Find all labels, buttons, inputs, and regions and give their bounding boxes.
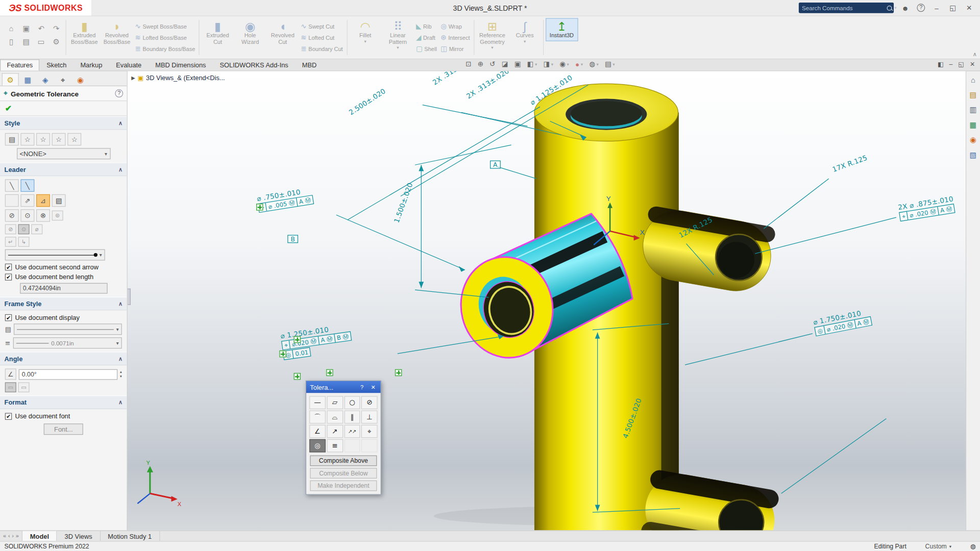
gdt-concentricity[interactable]: ◎ <box>309 439 326 453</box>
leader-display-c-button[interactable]: ⌀ <box>31 224 42 235</box>
view-settings-icon[interactable]: ▤▾ <box>605 60 615 68</box>
collapse-format-icon[interactable]: ∧ <box>118 399 122 405</box>
style-list-button[interactable]: ▤ <box>5 133 19 145</box>
intersect-button[interactable]: ⊛Intersect <box>439 33 472 43</box>
tab-markup[interactable]: Markup <box>74 59 109 70</box>
style-dropdown[interactable]: <NONE> ▾ <box>16 148 110 159</box>
leader-anchor-right-button[interactable]: ⊗ <box>36 209 50 221</box>
fillet-button[interactable]: ◠ Fillet ▾ <box>349 18 382 46</box>
custom-properties-icon[interactable]: ▧ <box>970 151 977 159</box>
tolerance-dialog-titlebar[interactable]: Tolera... ? ✕ <box>306 381 381 393</box>
angle-input[interactable] <box>22 371 114 378</box>
leader-anchor-left-button[interactable]: ⊙ <box>20 209 34 221</box>
bend-length-checkbox[interactable]: ✔ <box>5 273 12 280</box>
mirror-button[interactable]: ◫Mirror <box>439 44 472 55</box>
doc-minimize-icon[interactable]: – <box>949 61 953 67</box>
doc-dock-icon[interactable]: ◧ <box>938 61 944 67</box>
collapse-style-icon[interactable]: ∧ <box>118 120 122 126</box>
leader-display-a-button[interactable]: ⊘ <box>5 224 16 235</box>
leader-display-b-button[interactable]: ⊙ <box>18 224 30 235</box>
appearances-icon[interactable]: ◉ <box>970 136 976 144</box>
redo-icon[interactable]: ↷ <box>49 24 64 38</box>
gdt-circularity[interactable]: ○ <box>344 396 360 409</box>
font-button[interactable]: Font... <box>43 423 83 435</box>
options-gear-icon[interactable]: ⚙ <box>49 37 64 51</box>
tab-mbd[interactable]: MBD <box>295 59 324 70</box>
section-view-icon[interactable]: ◪ <box>502 60 508 68</box>
boundary-boss-base-button[interactable]: ≣Boundary Boss/Base <box>133 44 197 55</box>
panel-help-icon[interactable]: ? <box>115 89 123 97</box>
close-button[interactable]: ✕ <box>964 4 973 12</box>
collapse-frame-icon[interactable]: ∧ <box>118 300 122 307</box>
section-angle[interactable]: Angle ∧ <box>0 352 127 365</box>
linear-pattern-dropdown-icon[interactable]: ▾ <box>397 45 399 50</box>
ribbon-collapse-icon[interactable]: ∧ <box>973 51 977 57</box>
ok-checkmark-icon[interactable]: ✔ <box>0 101 127 116</box>
style-update-button[interactable]: ☆ <box>36 133 50 145</box>
annotation-drag-handle[interactable] <box>294 373 301 380</box>
minimize-button[interactable]: – <box>932 4 941 12</box>
lofted-cut-button[interactable]: ≋Lofted Cut <box>299 33 345 43</box>
apply-scene-icon[interactable]: ◍▾ <box>589 60 599 68</box>
tab-3d-views[interactable]: 3D Views <box>57 531 101 541</box>
extruded-boss-base-button[interactable]: ▮ Extruded Boss/Base <box>68 18 101 47</box>
home-icon[interactable]: ⌂ <box>4 24 18 38</box>
use-document-second-arrow-row[interactable]: ✔ Use document second arrow <box>5 263 122 271</box>
angle-field[interactable] <box>19 369 117 380</box>
graphics-viewport[interactable]: Y X Y X <box>128 71 966 531</box>
section-frame-style[interactable]: Frame Style ∧ <box>0 297 127 311</box>
leader-bend-a-button[interactable]: ↵ <box>5 237 16 247</box>
datum-b-label[interactable]: B <box>287 235 298 243</box>
collapse-angle-icon[interactable]: ∧ <box>118 356 122 362</box>
extruded-cut-button[interactable]: ▮ Extruded Cut <box>202 18 234 47</box>
gdt-straightness[interactable]: — <box>309 396 326 409</box>
document-font-checkbox[interactable]: ✔ <box>5 413 12 419</box>
search-input[interactable] <box>802 5 885 11</box>
swept-boss-base-button[interactable]: ∿Swept Boss/Base <box>133 21 197 32</box>
reference-geometry-button[interactable]: ⊞ Reference Geometry ▾ <box>476 18 509 52</box>
view-orientation-icon[interactable]: ◧▾ <box>527 60 537 68</box>
lofted-boss-base-button[interactable]: ≋Lofted Boss/Base <box>133 33 197 43</box>
linear-pattern-button[interactable]: ⠿ Linear Pattern ▾ <box>382 18 414 52</box>
gdt-angularity[interactable]: ∠ <box>309 425 326 438</box>
angle-vertical-button[interactable]: ▭ <box>18 382 30 392</box>
angle-horizontal-button[interactable]: ▭ <box>5 382 16 392</box>
reference-geometry-dropdown-icon[interactable]: ▾ <box>491 45 493 50</box>
leader-style-bent-button[interactable]: ⊿ <box>36 194 50 207</box>
style-load-button[interactable]: ☆ <box>67 133 81 145</box>
leader-left-button[interactable]: ╲ <box>5 179 19 191</box>
search-commands-box[interactable]: ▾ <box>799 3 894 13</box>
part-3d-view[interactable]: Y X Y X <box>128 71 966 531</box>
angle-spinner[interactable]: ▴▾ <box>120 370 122 379</box>
first-tab-icon[interactable]: « <box>3 533 6 539</box>
annotation-drag-handle[interactable] <box>326 369 333 376</box>
revolved-boss-base-button[interactable]: ◗ Revolved Boss/Base <box>101 18 133 47</box>
composite-above-button[interactable]: Composite Above <box>310 456 377 466</box>
bend-length-field[interactable] <box>20 283 107 294</box>
arrow-style-dropdown[interactable]: ▾ <box>5 249 105 261</box>
tab-evaluate[interactable]: Evaluate <box>109 59 149 70</box>
tolerance-symbol-dialog[interactable]: Tolera... ? ✕ — ▱ ○ ⊘ ⌒ ⌓ ∥ ⊥ ∠ ↗ ↗↗ ⌖ <box>306 381 381 495</box>
leader-anchor-extra-button[interactable]: ⊚ <box>52 211 63 221</box>
second-arrow-checkbox[interactable]: ✔ <box>5 263 12 270</box>
panel-splitter-handle[interactable] <box>128 289 131 305</box>
fillet-dropdown-icon[interactable]: ▾ <box>364 39 366 44</box>
doc-close-icon[interactable]: ✕ <box>970 61 975 67</box>
tab-model[interactable]: Model <box>22 531 57 541</box>
taskpane-home-icon[interactable]: ⌂ <box>971 76 975 84</box>
style-add-button[interactable]: ☆ <box>20 133 34 145</box>
make-independent-button[interactable]: Make Independent <box>310 481 377 491</box>
dialog-close-icon[interactable]: ✕ <box>370 384 377 390</box>
gdt-cylindricity[interactable]: ⊘ <box>361 396 378 409</box>
file-explorer-icon[interactable]: ▥ <box>970 106 977 114</box>
annotation-drag-handle[interactable] <box>395 369 402 376</box>
tree-root-label[interactable]: 3D Views_& (Extend<Dis... <box>146 73 225 81</box>
revolved-cut-button[interactable]: ◖ Revolved Cut <box>266 18 299 47</box>
feature-tree-flyout[interactable]: ▶ ▣ 3D Views_& (Extend<Dis... <box>131 73 225 81</box>
tab-dimxpert-manager[interactable]: ⌖ <box>55 73 71 85</box>
zoom-to-area-icon[interactable]: ⊕ <box>478 60 483 68</box>
frame-line-style-dropdown[interactable]: ▾ <box>14 323 122 335</box>
section-style[interactable]: Style ∧ <box>0 116 127 130</box>
shell-button[interactable]: ▢Shell <box>414 44 438 55</box>
bend-length-input[interactable] <box>23 285 104 291</box>
